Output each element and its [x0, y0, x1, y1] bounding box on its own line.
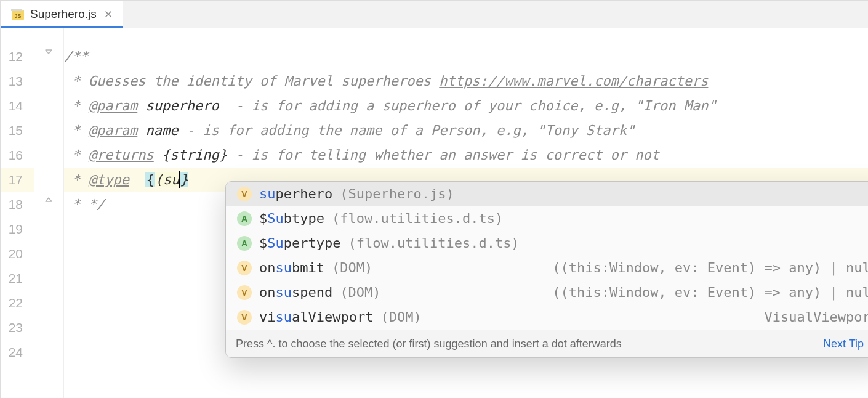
tab-bar: JS Superhero.js	[1, 1, 868, 28]
alias-badge-icon: A	[237, 211, 252, 226]
code-line: * @returns {string} - is for telling whe…	[64, 143, 868, 168]
autocomplete-item[interactable]: A $Supertype (flow.utilities.d.ts)	[226, 231, 868, 256]
code-line: * @param superhero - is for adding a sup…	[64, 94, 868, 118]
line-number: 20	[1, 242, 34, 266]
text-caret	[179, 171, 180, 188]
fold-toggle-open-icon[interactable]	[42, 46, 55, 58]
variable-badge-icon: V	[237, 187, 252, 201]
variable-badge-icon: V	[237, 261, 252, 275]
brace-highlight: }	[180, 172, 188, 187]
line-number: 14	[1, 94, 34, 118]
line-number: 13	[1, 69, 34, 94]
doc-url[interactable]: https://www.marvel.com/characters	[439, 73, 708, 89]
tab-title: Superhero.js	[30, 7, 97, 21]
code-line: * @param name - is for adding the name o…	[64, 118, 868, 143]
autocomplete-item[interactable]: V visualViewport (DOM) VisualViewport	[226, 305, 868, 330]
autocomplete-footer: Press ^. to choose the selected (or firs…	[226, 330, 868, 357]
code-line: * Guesses the identity of Marvel superhe…	[64, 69, 868, 94]
line-number: 16	[1, 143, 34, 168]
autocomplete-popup: V superhero (Superhero.js) A $Subtype (f…	[225, 181, 868, 358]
line-number: 18	[1, 192, 34, 217]
line-number: 23	[1, 315, 34, 340]
code-area[interactable]: /** * Guesses the identity of Marvel sup…	[64, 28, 868, 398]
line-number: 15	[1, 118, 34, 143]
line-number: 21	[1, 266, 34, 291]
variable-badge-icon: V	[237, 285, 252, 300]
autocomplete-item[interactable]: V onsuspend (DOM) ((this:Window, ev: Eve…	[226, 280, 868, 305]
line-number: 22	[1, 291, 34, 315]
autocomplete-item[interactable]: V onsubmit (DOM) ((this:Window, ev: Even…	[226, 256, 868, 280]
variable-badge-icon: V	[237, 310, 252, 325]
footer-hint: Press ^. to choose the selected (or firs…	[236, 331, 622, 356]
line-number: 24	[1, 340, 34, 365]
line-number: 12	[1, 44, 34, 69]
line-number: 19	[1, 217, 34, 242]
file-tab-superhero[interactable]: JS Superhero.js	[1, 1, 123, 28]
autocomplete-item[interactable]: A $Subtype (flow.utilities.d.ts)	[226, 206, 868, 231]
code-line: /**	[64, 44, 868, 69]
svg-text:JS: JS	[14, 13, 21, 19]
ide-window: JS Superhero.js 12 13 14 15 16 17 18 19 …	[0, 0, 868, 398]
close-icon[interactable]	[104, 10, 113, 18]
alias-badge-icon: A	[237, 236, 252, 251]
js-file-icon: JS	[8, 7, 25, 21]
fold-gutter	[34, 28, 64, 398]
autocomplete-item[interactable]: V superhero (Superhero.js)	[226, 182, 868, 206]
line-number: 17	[1, 168, 34, 192]
brace-highlight: {	[145, 172, 155, 187]
line-number-gutter: 12 13 14 15 16 17 18 19 20 21 22 23 24	[1, 28, 34, 398]
fold-toggle-close-icon[interactable]	[42, 193, 55, 206]
editor: 12 13 14 15 16 17 18 19 20 21 22 23 24 /…	[1, 28, 868, 398]
next-tip-link[interactable]: Next Tip	[823, 331, 864, 356]
